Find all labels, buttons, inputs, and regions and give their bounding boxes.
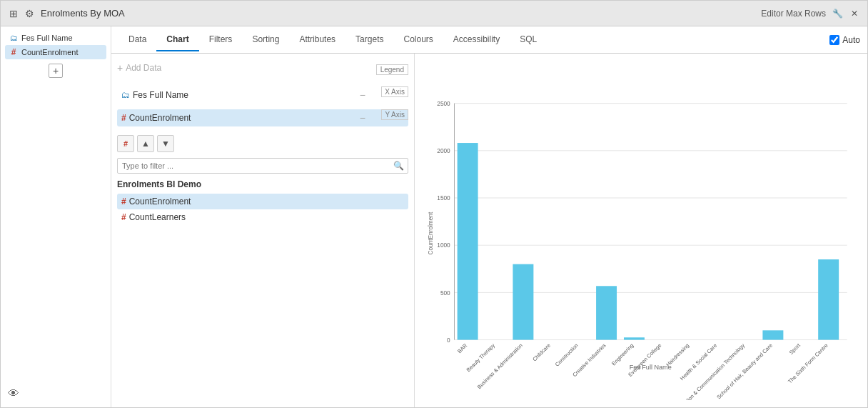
tab-data[interactable]: Data: [118, 29, 156, 51]
count-learners-label: CountLearners: [129, 212, 186, 222]
data-field-count-enrolment[interactable]: # CountEnrolment: [117, 194, 408, 209]
main-content: 🗂 Fes Full Name # CountEnrolment + 👁 Dat…: [1, 26, 867, 407]
chart-editor-left: + Add Data Legend X Axis 🗂 Fes Full Name…: [111, 54, 415, 407]
eye-icon[interactable]: 👁: [8, 387, 104, 400]
filter-input[interactable]: [117, 158, 408, 174]
table-icon: 🗂: [9, 33, 19, 43]
field-row-count[interactable]: # CountEnrolment −: [117, 109, 408, 126]
field-label-count: CountEnrolment: [129, 113, 357, 123]
chart-editor: + Add Data Legend X Axis 🗂 Fes Full Name…: [111, 54, 867, 407]
sidebar-item-label-count: CountEnrolment: [21, 48, 79, 56]
filter-container: 🔍: [117, 158, 408, 174]
y-axis-label: Y Axis: [381, 109, 408, 120]
axis-hash-btn[interactable]: #: [117, 135, 134, 152]
tab-sql[interactable]: SQL: [510, 29, 547, 51]
field-label-fes: Fes Full Name: [133, 90, 357, 100]
editor-max-rows-label: Editor Max Rows: [761, 9, 826, 19]
tabs-bar: Data Chart Filters Sorting Attributes Ta…: [111, 26, 867, 54]
sidebar-bottom: 👁: [5, 384, 106, 403]
tab-colours[interactable]: Colours: [393, 29, 443, 51]
svg-text:0: 0: [447, 337, 450, 344]
sidebar-item-count-enrolment[interactable]: # CountEnrolment: [5, 45, 106, 59]
right-panel: Data Chart Filters Sorting Attributes Ta…: [111, 26, 867, 407]
axis-up-btn[interactable]: ▲: [137, 135, 154, 152]
data-source-label: Enrolments BI Demo: [117, 179, 408, 189]
add-data-button[interactable]: + Add Data: [117, 59, 161, 76]
wrench-icon[interactable]: 🔧: [832, 8, 843, 19]
hash-field-icon: #: [121, 113, 126, 123]
axis-controls: # ▲ ▼: [117, 135, 408, 152]
chart-container: CountEnrolment 2500 2000 1500 1000: [422, 61, 853, 400]
title-bar: ⊞ ⚙ Enrolments By MOA Editor Max Rows 🔧 …: [1, 1, 867, 26]
gear-icon[interactable]: ⚙: [24, 8, 35, 19]
app-window: ⊞ ⚙ Enrolments By MOA Editor Max Rows 🔧 …: [0, 0, 868, 408]
data-field-count-learners[interactable]: # CountLearners: [117, 209, 408, 225]
table-field-icon: 🗂: [121, 90, 130, 100]
svg-text:CountEnrolment: CountEnrolment: [428, 212, 434, 254]
tab-chart[interactable]: Chart: [156, 29, 198, 51]
svg-text:Beauty Therapy: Beauty Therapy: [465, 342, 497, 374]
svg-text:Sport: Sport: [788, 342, 802, 356]
chart-area: CountEnrolment 2500 2000 1500 1000: [415, 54, 867, 407]
svg-text:BAR: BAR: [456, 342, 469, 354]
search-icon: 🔍: [393, 161, 404, 171]
add-field-button[interactable]: +: [49, 64, 63, 78]
svg-text:Childcare: Childcare: [531, 342, 552, 363]
title-bar-right: Editor Max Rows 🔧 ✕: [761, 8, 860, 19]
bar-engineering: [624, 337, 645, 339]
tab-accessibility[interactable]: Accessibility: [443, 29, 510, 51]
add-data-label: Add Data: [126, 63, 161, 73]
remove-fes-button[interactable]: −: [360, 89, 365, 101]
svg-text:Construction: Construction: [554, 342, 580, 368]
bar-chart-svg: CountEnrolment 2500 2000 1500 1000: [422, 61, 853, 400]
hash-icon-learners: #: [121, 212, 126, 222]
bar-creative: [596, 286, 617, 339]
svg-text:School of Hair, Beauty and Car: School of Hair, Beauty and Care: [715, 342, 774, 400]
hash-icon-count: #: [121, 196, 126, 207]
sidebar: 🗂 Fes Full Name # CountEnrolment + 👁: [1, 26, 111, 407]
tab-sorting[interactable]: Sorting: [242, 29, 289, 51]
tab-attributes[interactable]: Attributes: [289, 29, 345, 51]
auto-checkbox-label[interactable]: Auto: [829, 35, 860, 45]
svg-text:Fes Full Name: Fes Full Name: [630, 364, 672, 371]
close-icon[interactable]: ✕: [849, 8, 860, 19]
svg-text:1500: 1500: [437, 195, 450, 201]
bar-sixth-form: [818, 259, 839, 340]
svg-text:500: 500: [440, 290, 450, 297]
svg-text:1000: 1000: [437, 242, 450, 249]
page-title: Enrolments By MOA: [41, 8, 755, 19]
count-enrolment-label: CountEnrolment: [129, 196, 191, 207]
sidebar-item-fes-full-name[interactable]: 🗂 Fes Full Name: [5, 31, 106, 45]
field-row-fes[interactable]: 🗂 Fes Full Name −: [117, 86, 408, 104]
grid-icon[interactable]: ⊞: [8, 8, 19, 19]
auto-label: Auto: [842, 35, 860, 45]
svg-text:2500: 2500: [437, 101, 450, 107]
x-axis-label: X Axis: [381, 86, 408, 97]
bar-business: [513, 264, 533, 340]
tab-filters[interactable]: Filters: [199, 29, 243, 51]
hash-icon: #: [9, 47, 19, 57]
tabs-right: Auto: [829, 35, 860, 45]
sidebar-item-label-fes: Fes Full Name: [21, 34, 73, 42]
tab-targets[interactable]: Targets: [345, 29, 393, 51]
bar-bar: [458, 143, 478, 340]
bar-school: [762, 330, 783, 339]
title-bar-icons: ⊞ ⚙: [8, 8, 35, 19]
legend-label: Legend: [376, 64, 408, 75]
auto-checkbox-input[interactable]: [829, 35, 839, 45]
remove-count-button[interactable]: −: [360, 112, 365, 124]
svg-text:Business & Administration: Business & Administration: [476, 342, 524, 390]
axis-down-btn[interactable]: ▼: [157, 135, 174, 152]
svg-text:2000: 2000: [437, 148, 450, 154]
